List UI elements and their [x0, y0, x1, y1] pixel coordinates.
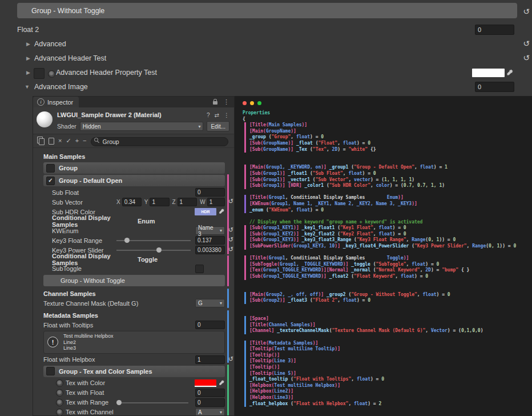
code-line: [Tooltip()] — [249, 353, 532, 359]
eyedropper-icon[interactable] — [219, 208, 225, 215]
eyedropper-icon[interactable] — [506, 68, 514, 78]
revert-icon[interactable]: ↺ — [523, 53, 530, 62]
code-line: [KWEnum(Group1, Name 1, _KEY1, Name 2, _… — [249, 201, 532, 207]
code-area: Properties{[Title(Main Samples)][Main(Gr… — [235, 110, 532, 407]
tex-with-range-input[interactable] — [195, 398, 225, 407]
property-search — [91, 136, 228, 146]
revert-icon[interactable]: ↺ — [523, 39, 530, 48]
tab-inspector[interactable]: i Inspector — [33, 97, 79, 107]
main-samples-header: Main Samples — [43, 152, 225, 161]
chevron-down-icon: ▾ — [220, 410, 222, 415]
hdr-color-swatch[interactable]: HDR — [195, 208, 216, 215]
metadata-color-bar — [227, 310, 229, 363]
tex-with-float-input[interactable] — [195, 389, 225, 397]
float-with-tooltips-input[interactable] — [195, 321, 225, 329]
key3-power-slider-input[interactable] — [195, 246, 225, 254]
float-with-helpbox-input[interactable] — [195, 355, 225, 364]
revert-icon[interactable]: ↺ — [228, 355, 233, 363]
foldout-advanced-image-label[interactable]: Advanced Image — [34, 83, 88, 91]
search-input[interactable] — [91, 137, 228, 146]
vector-y-input[interactable] — [150, 198, 169, 206]
shader-dropdown[interactable]: Hidden ▾ — [80, 122, 204, 131]
revert-icon[interactable]: ↺ — [228, 246, 233, 253]
material-preview-sphere[interactable] — [37, 111, 53, 127]
code-line: { — [243, 117, 532, 123]
sub-float-input[interactable] — [195, 188, 225, 197]
edit-shader-button[interactable]: Edit... — [207, 121, 229, 131]
group1-color-bar — [227, 174, 229, 254]
copy-icon[interactable] — [39, 138, 45, 145]
subtoggle-label: SubToggle — [43, 265, 195, 272]
group-toggle-checkbox[interactable] — [46, 164, 55, 173]
key3-power-slider-label: Key3 Power Slider — [43, 247, 116, 254]
shader-dropdown-value: Hidden — [83, 123, 101, 130]
group-bar-default-open[interactable]: ✓ Group - Default Open — [43, 175, 225, 186]
foldout-advanced-header-property-test-icon[interactable]: ▶ — [26, 70, 30, 75]
more-icon[interactable]: ⋮ — [224, 112, 229, 118]
presets-icon[interactable]: ⇄ — [215, 112, 219, 118]
paste-icon[interactable] — [49, 138, 54, 145]
tex-with-channel-dropdown[interactable]: A ▾ — [195, 408, 225, 416]
color-swatch-white[interactable] — [472, 69, 505, 77]
foldout-advanced-icon[interactable]: ▶ — [26, 41, 30, 47]
subtoggle-checkbox[interactable] — [195, 265, 204, 273]
texture-thumb-icon — [56, 409, 63, 416]
tex-with-range-slider[interactable] — [118, 398, 188, 407]
apply-icon[interactable]: ✓ — [66, 138, 71, 144]
foldout-advanced-label[interactable]: Advanced — [34, 40, 66, 48]
key3-float-range-slider[interactable] — [116, 236, 191, 245]
material-title: LWGUI_Sample Drawer 2 (Material) — [57, 111, 207, 118]
remove-icon[interactable]: − — [83, 138, 86, 144]
revert-icon[interactable]: ↺ — [228, 236, 233, 243]
window-minimize-button[interactable] — [250, 101, 254, 105]
revert-icon[interactable]: ↺ — [228, 198, 233, 205]
kwenum-dropdown[interactable]: Name 3 ▾ — [195, 226, 225, 235]
conditional-display-suffix: Enum — [138, 218, 155, 225]
revert-icon[interactable]: ↺ — [228, 226, 233, 234]
add-icon[interactable]: + — [75, 138, 79, 144]
code-line: [Title(Group1, Conditional Display Sampl… — [249, 255, 532, 262]
tex-color-group-color-bar — [227, 365, 229, 416]
float2-input[interactable] — [475, 25, 514, 35]
group-bar-tex-and-color[interactable]: Group - Tex and Color Samples — [43, 366, 225, 377]
revert-icon[interactable]: ↺ — [523, 7, 530, 16]
foldout-advanced-header-property-test-label[interactable]: Advanced Header Property Test — [56, 69, 157, 77]
vector-w-input[interactable] — [207, 198, 225, 206]
vector-w-label: W — [200, 199, 205, 205]
vector-z-input[interactable] — [178, 198, 198, 206]
conditional-display-toggle-header: Conditional Display Samples Toggle — [43, 255, 225, 264]
color-swatch-red[interactable] — [195, 379, 216, 387]
texture-slot[interactable] — [34, 68, 45, 79]
chevron-down-icon: ▾ — [220, 228, 222, 233]
cut-icon[interactable]: × — [58, 138, 62, 144]
advanced-image-input[interactable] — [475, 82, 514, 92]
foldout-advanced-header-test-label[interactable]: Advanced Header Test — [34, 54, 106, 62]
foldout-advanced-image-icon[interactable]: ▼ — [25, 84, 30, 90]
foldout-advanced-header-test-icon[interactable]: ▶ — [26, 55, 30, 61]
group-default-open-checkbox[interactable]: ✓ — [46, 177, 55, 185]
row-tex-with-channel: Tex with Channel A ▾ — [43, 407, 225, 416]
tex-color-group-checkbox[interactable] — [46, 367, 55, 375]
group-bar-group[interactable]: Group — [43, 162, 225, 174]
group-without-toggle-inner-bar[interactable]: Group - Without Toggle — [43, 275, 225, 286]
code-line: [Helpbox(Test multiline Helpbox)] — [249, 383, 532, 389]
eyedropper-icon[interactable] — [219, 379, 225, 387]
group-without-toggle-header-bar[interactable]: Group - Without Toggle — [17, 3, 517, 18]
key3-power-slider[interactable] — [116, 246, 191, 254]
texture-channel-mask-dropdown[interactable]: G ▾ — [195, 299, 225, 307]
chevron-down-icon: ▾ — [220, 301, 222, 306]
row-sub-vector: Sub Vector X Y Z W ↺ — [43, 197, 225, 207]
tab-menu-icon[interactable]: ⋮ — [223, 98, 229, 106]
vector-x-input[interactable] — [122, 198, 142, 206]
tex-with-channel-value: A — [198, 409, 202, 415]
help-icon[interactable]: ? — [207, 112, 210, 118]
code-line: [Space] — [249, 316, 532, 322]
vector-y-label: Y — [144, 199, 148, 205]
kwenum-label: KWEnum — [43, 227, 195, 234]
code-line: [Helpbox(Line3)] — [249, 395, 532, 401]
window-zoom-button[interactable] — [257, 101, 261, 105]
lock-icon[interactable] — [213, 101, 217, 105]
window-close-button[interactable] — [243, 101, 247, 105]
float2-label: Float 2 — [17, 26, 39, 34]
key3-float-range-input[interactable] — [195, 236, 225, 245]
